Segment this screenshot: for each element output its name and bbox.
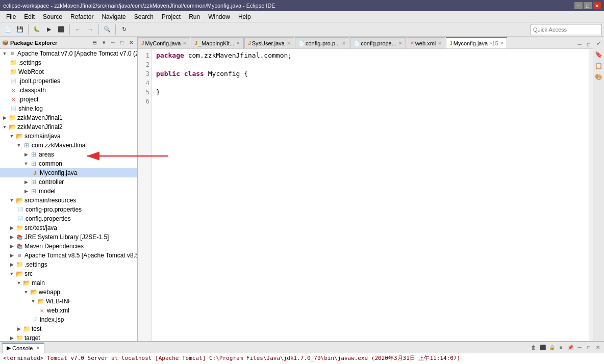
tb-debug-button[interactable]: 🐛 (31, 24, 42, 35)
menu-refactor[interactable]: Refactor (66, 12, 97, 21)
console-close-button[interactable]: ✕ (594, 344, 602, 352)
expand-icon: ▼ (31, 297, 36, 305)
tree-item-src[interactable]: ▼ 📂 src (0, 269, 137, 278)
menu-file[interactable]: File (2, 12, 20, 21)
editor-max-button[interactable]: □ (585, 40, 593, 48)
editor-min-button[interactable]: ─ (575, 40, 584, 48)
console-word-wrap-button[interactable]: ≡ (557, 344, 565, 352)
tree-item-shinelog[interactable]: 📄 shine.log (0, 104, 137, 113)
menu-project[interactable]: Project (158, 12, 185, 21)
expand-icon: ▶ (9, 334, 14, 341)
tree-item-model[interactable]: ▶ ⊞ model (0, 187, 137, 196)
sidebar-max-button[interactable]: □ (118, 39, 126, 47)
tree-item-controller[interactable]: ▶ ⊞ controller (0, 177, 137, 187)
tab-myconfig2-active[interactable]: J Myconfig.java ˢ15 ✕ (446, 37, 507, 48)
tab-configpro[interactable]: 📄 config-pro.p... ✕ (295, 37, 349, 48)
console-max-button[interactable]: □ (585, 344, 593, 352)
tab-myconfig1[interactable]: J MyConfig.java ✕ (138, 37, 190, 48)
sidebar-minimize-button[interactable]: ─ (109, 39, 117, 47)
tree-item-settings1[interactable]: 📁 .settings (0, 58, 137, 67)
tb-search-button[interactable]: 🔍 (102, 24, 113, 35)
right-icon-1[interactable]: ✓ (594, 39, 603, 48)
tab-close-button[interactable]: ✕ (438, 41, 442, 46)
sidebar-menu-button[interactable]: ▾ (99, 39, 108, 47)
tree-item-mavendeps[interactable]: ▶ 📚 Maven Dependencies (0, 242, 137, 251)
code-editor[interactable]: package com.zzkMavenJfinal.common; publi… (152, 49, 589, 341)
menu-source[interactable]: Source (39, 12, 66, 21)
tree-item-areas[interactable]: ▶ ⊞ areas (0, 150, 137, 159)
tree-item-jre[interactable]: ▶ 📚 JRE System Library [J2SE-1.5] (0, 232, 137, 242)
quick-access-input[interactable] (531, 24, 602, 35)
menu-window[interactable]: Window (204, 12, 234, 21)
right-panel-icons: ✓ 🔖 📋 🎨 (593, 37, 604, 341)
tb-save-button[interactable]: 💾 (14, 24, 26, 35)
tab-webxml[interactable]: ✕ web.xml ✕ (407, 37, 445, 48)
menu-help[interactable]: Help (234, 12, 255, 21)
console-pin-button[interactable]: 📌 (566, 344, 574, 352)
right-icon-3[interactable]: 📋 (594, 61, 603, 70)
editor-scrollbar[interactable] (589, 49, 593, 341)
tree-item-webroot[interactable]: 📁 WebRoot (0, 67, 137, 76)
expand-icon: ▼ (9, 196, 14, 204)
tab-close-button[interactable]: ✕ (500, 41, 504, 46)
tree-item-webxml[interactable]: ✕ web.xml (0, 306, 137, 315)
tb-run-button[interactable]: ▶ (43, 24, 55, 35)
tree-item-srctestjava[interactable]: ▶ 📁 src/test/java (0, 223, 137, 232)
tree-item-indexjsp[interactable]: 📄 index.jsp (0, 315, 137, 324)
minimize-button[interactable]: ─ (574, 2, 583, 9)
tab-close-button[interactable]: ✕ (236, 41, 240, 46)
tree-item-config[interactable]: 📄 config.properties (0, 214, 137, 223)
tab-close-button[interactable]: ✕ (183, 41, 187, 46)
menu-navigate[interactable]: Navigate (97, 12, 130, 21)
tb-stop-button[interactable]: ⬛ (56, 24, 67, 35)
maximize-button[interactable]: □ (584, 2, 592, 9)
tree-item-common[interactable]: ▼ ⊞ common (0, 159, 137, 168)
tree-item-settings2[interactable]: ▶ 📁 .settings (0, 260, 137, 269)
tree-item-srcmainresources[interactable]: ▼ 📂 src/main/resources (0, 196, 137, 205)
tree-item-main[interactable]: ▼ 📂 main (0, 278, 137, 288)
tree-item-myconfig[interactable]: J Myconfig.java (0, 168, 137, 177)
close-button[interactable]: ✕ (593, 2, 601, 9)
menu-search[interactable]: Search (130, 12, 158, 21)
right-icon-2[interactable]: 🔖 (594, 50, 603, 59)
tab-close-button[interactable]: ✕ (398, 41, 402, 46)
tb-refresh-button[interactable]: ↻ (118, 24, 130, 35)
tree-item-test[interactable]: ▶ 📁 test (0, 324, 137, 333)
menu-run[interactable]: Run (185, 12, 204, 21)
tree-item-configpro[interactable]: 📄 config-pro.properties (0, 205, 137, 214)
line-num-5: 5 (138, 88, 149, 97)
folder-icon: 📁 (15, 224, 23, 232)
sidebar-collapse-button[interactable]: ⊟ (90, 39, 98, 47)
tree-item-tomcat85[interactable]: ▶ 🖥 Apache Tomcat v8.5 [Apache Tomcat v8… (0, 251, 137, 260)
expand-icon: ▶ (9, 224, 14, 232)
tab-close-button[interactable]: ✕ (342, 41, 346, 46)
tab-sysuser[interactable]: J SysUser.java ✕ (244, 37, 294, 48)
tab-configprop2[interactable]: 📄 config.prope... ✕ (350, 37, 406, 48)
tree-item-zzk1[interactable]: ▶ 📁 zzkMavenJfinal1 (0, 113, 137, 122)
tree-item-classpath1[interactable]: ✕ .classpath (0, 86, 137, 95)
console-stop-button[interactable]: ⬛ (539, 344, 547, 352)
console-scroll-lock-button[interactable]: 🔒 (548, 344, 556, 352)
folder-icon: 📁 (9, 59, 17, 67)
tree-item-target[interactable]: ▶ 📁 target (0, 333, 137, 341)
console-tab[interactable]: ▶ Console ✕ (2, 343, 44, 353)
tree-item-tomcat7[interactable]: ▼ 🖥 Apache Tomcat v7.0 [Apache Tomcat v7… (0, 49, 137, 58)
package-icon: ⊞ (30, 178, 38, 186)
tree-item-comzzk[interactable]: ▼ ⊞ com.zzkMavenJfinal (0, 141, 137, 150)
console-min-button[interactable]: ─ (575, 344, 584, 352)
sidebar-close-button[interactable]: ✕ (127, 39, 135, 47)
tb-back-button[interactable]: ← (72, 24, 84, 35)
tree-item-webapp[interactable]: ▼ 📂 webapp (0, 288, 137, 297)
tb-forward-button[interactable]: → (85, 24, 96, 35)
tree-item-zzk2[interactable]: ▼ 📂 zzkMavenJfinal2 (0, 122, 137, 132)
menu-edit[interactable]: Edit (20, 12, 39, 21)
tab-close-button[interactable]: ✕ (287, 41, 291, 46)
right-icon-4[interactable]: 🎨 (594, 72, 603, 82)
tab-mappingkit[interactable]: J _MappingKit... ✕ (191, 37, 244, 48)
tree-item-jbolt[interactable]: 📄 .jbolt.properties (0, 76, 137, 86)
tree-item-webinf[interactable]: ▼ 📂 WEB-INF (0, 297, 137, 306)
tree-item-project1[interactable]: ✕ .project (0, 95, 137, 104)
console-clear-button[interactable]: 🗑 (530, 344, 538, 352)
tree-item-srcmainjava[interactable]: ▼ 📂 src/main/java (0, 132, 137, 141)
tb-new-button[interactable]: 📄 (2, 24, 13, 35)
